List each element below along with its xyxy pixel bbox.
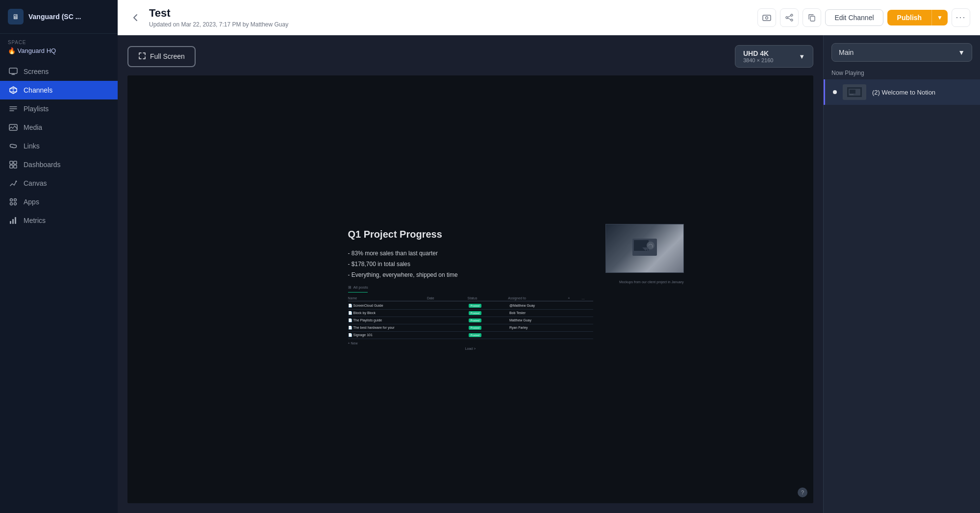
sidebar-item-channels[interactable]: Channels	[0, 81, 118, 99]
sidebar-space-name: 🔥 Vanguard HQ	[8, 47, 110, 54]
sidebar-item-metrics[interactable]: Metrics	[0, 211, 118, 230]
sidebar-item-apps[interactable]: Apps	[0, 193, 118, 211]
more-options-button[interactable]: ···	[952, 8, 970, 27]
sidebar-nav: Screens Channels Playlists Media Links	[0, 58, 118, 513]
now-playing-item[interactable]: (2) Welcome to Notion	[824, 79, 980, 105]
svg-rect-22	[15, 217, 16, 224]
media-icon	[9, 123, 18, 132]
sidebar-space: Space 🔥 Vanguard HQ	[0, 34, 118, 58]
svg-rect-37	[850, 90, 855, 94]
resolution-sub: 3840 × 2160	[743, 57, 795, 63]
table-row-3: 📄The Playlists guide Posted Matthew Guay	[348, 317, 593, 324]
sidebar-item-playlists[interactable]: Playlists	[0, 99, 118, 118]
now-playing-title: (2) Welcome to Notion	[872, 89, 935, 96]
svg-rect-30	[810, 16, 815, 21]
sidebar-item-playlists-label: Playlists	[24, 105, 49, 113]
links-icon	[9, 142, 18, 150]
slide-image-placeholder	[606, 224, 683, 272]
sidebar-item-apps-label: Apps	[24, 198, 39, 206]
svg-point-17	[14, 199, 17, 201]
col-extra2: …	[581, 296, 593, 300]
now-playing-dot	[833, 90, 837, 94]
sidebar-logo-text: Vanguard (SC ...	[28, 13, 81, 21]
col-assigned: Assigned to	[508, 296, 566, 300]
sidebar-item-media-label: Media	[24, 123, 42, 131]
edit-channel-button[interactable]: Edit Channel	[825, 9, 883, 26]
zone-dropdown[interactable]: Main ▼	[831, 43, 972, 62]
right-panel-header: Main ▼	[824, 35, 980, 66]
slide-title: Q1 Project Progress	[348, 229, 593, 240]
sidebar-item-channels-label: Channels	[24, 86, 52, 94]
slide-underline	[348, 292, 368, 293]
resolution-dropdown[interactable]: UHD 4K 3840 × 2160 ▼	[735, 45, 813, 68]
sidebar-item-canvas[interactable]: Canvas	[0, 174, 118, 193]
slide-table-section: ⊞ All posts Name Date Status Assigned to	[348, 285, 593, 350]
sidebar: 🖥 Vanguard (SC ... Space 🔥 Vanguard HQ S…	[0, 0, 118, 513]
svg-point-26	[786, 17, 788, 19]
slide-background: Q1 Project Progress Mockups from our cli…	[127, 75, 813, 503]
preview-inner: Q1 Project Progress Mockups from our cli…	[127, 75, 813, 503]
sidebar-item-canvas-label: Canvas	[24, 179, 47, 187]
resolution-content: UHD 4K 3840 × 2160	[743, 49, 795, 63]
col-status: Status	[468, 296, 506, 300]
svg-rect-12	[14, 161, 17, 164]
slide-container: Q1 Project Progress Mockups from our cli…	[348, 229, 593, 350]
preview-panel: Full Screen UHD 4K 3840 × 2160 ▼	[118, 35, 823, 513]
svg-rect-0	[9, 68, 17, 73]
now-playing-thumbnail	[843, 84, 866, 100]
slide-table-header: Name Date Status Assigned to + …	[348, 295, 593, 301]
svg-rect-23	[763, 15, 771, 21]
svg-rect-21	[12, 219, 14, 224]
zone-chevron-icon: ▼	[958, 49, 965, 56]
preview-icon-button[interactable]	[757, 8, 776, 27]
page-subtitle: Updated on Mar 22, 2023, 7:17 PM by Matt…	[149, 21, 752, 28]
share-icon-button[interactable]	[780, 8, 799, 27]
now-playing-label: Now Playing	[824, 66, 980, 79]
resolution-chevron-icon: ▼	[799, 53, 805, 60]
table-row-2: 📄Block by Block Posted Bob Tester	[348, 310, 593, 317]
slide-load-more: Load >	[348, 347, 593, 350]
header-title-group: Test Updated on Mar 22, 2023, 7:17 PM by…	[149, 7, 752, 27]
slide-bullet-3: - Everything, everywhere, shipped on tim…	[348, 271, 593, 278]
resolution-label: UHD 4K	[743, 49, 795, 57]
playlists-icon	[9, 104, 18, 113]
sidebar-logo[interactable]: 🖥 Vanguard (SC ...	[0, 0, 118, 34]
sidebar-item-dashboards-label: Dashboards	[24, 161, 61, 169]
svg-rect-38	[850, 94, 854, 95]
canvas-icon	[9, 179, 18, 188]
slide-bullet-1: - 83% more sales than last quarter	[348, 250, 593, 257]
fullscreen-button[interactable]: Full Screen	[127, 46, 196, 67]
sidebar-logo-icon: 🖥	[8, 9, 24, 24]
svg-line-29	[788, 18, 791, 20]
zone-label: Main	[839, 49, 854, 56]
apps-icon	[9, 197, 18, 206]
copy-icon-button[interactable]	[803, 8, 821, 27]
fullscreen-label: Full Screen	[150, 52, 185, 60]
sidebar-item-dashboards[interactable]: Dashboards	[0, 155, 118, 174]
slide-help-icon: ?	[798, 488, 807, 497]
sidebar-item-links-label: Links	[24, 142, 40, 150]
sidebar-item-links[interactable]: Links	[0, 137, 118, 155]
slide-image-caption: Mockups from our client project in Janua…	[619, 280, 684, 284]
sidebar-item-screens-label: Screens	[24, 68, 49, 75]
content-area: Full Screen UHD 4K 3840 × 2160 ▼	[118, 35, 980, 513]
page-title: Test	[149, 7, 752, 20]
publish-button-group: Publish ▼	[887, 10, 948, 25]
slide-section-label: ⊞ All posts	[348, 285, 593, 290]
right-panel: Main ▼ Now Playing (2) Welcome to Notion	[823, 35, 980, 513]
dashboards-icon	[9, 160, 18, 169]
back-button[interactable]	[127, 10, 143, 25]
main-area: Test Updated on Mar 22, 2023, 7:17 PM by…	[118, 0, 980, 513]
svg-point-25	[791, 14, 793, 16]
svg-point-27	[791, 19, 793, 21]
svg-line-28	[788, 16, 791, 17]
sidebar-item-media[interactable]: Media	[0, 118, 118, 137]
channels-icon	[9, 86, 18, 95]
slide-image	[605, 224, 684, 273]
preview-canvas: Q1 Project Progress Mockups from our cli…	[127, 75, 813, 503]
publish-button[interactable]: Publish	[887, 10, 932, 25]
screens-icon	[9, 67, 18, 76]
publish-dropdown-button[interactable]: ▼	[931, 10, 948, 25]
svg-point-24	[766, 17, 768, 19]
sidebar-item-screens[interactable]: Screens	[0, 62, 118, 81]
